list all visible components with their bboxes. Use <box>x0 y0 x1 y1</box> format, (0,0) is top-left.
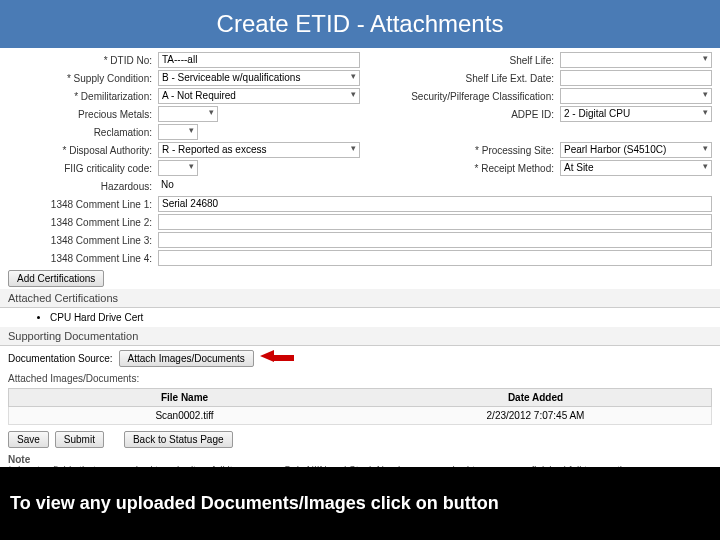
input-shelf-life-ext[interactable] <box>560 70 712 86</box>
input-line3[interactable] <box>158 232 712 248</box>
cell-file-name: Scan0002.tiff <box>9 407 360 424</box>
label-line3: 1348 Comment Line 3: <box>8 235 158 246</box>
col-date-added: Date Added <box>360 389 711 406</box>
label-line2: 1348 Comment Line 2: <box>8 217 158 228</box>
form-area: * DTID No: TA----all Shelf Life: * Suppl… <box>0 48 720 289</box>
label-supply-condition: * Supply Condition: <box>8 73 158 84</box>
action-buttons: Save Submit Back to Status Page <box>0 427 720 452</box>
page-title: Create ETID - Attachments <box>0 0 720 48</box>
select-reclamation[interactable] <box>158 124 198 140</box>
label-precious-metals: Precious Metals: <box>8 109 158 120</box>
select-fiig[interactable] <box>158 160 198 176</box>
label-shelf-life-ext: Shelf Life Ext. Date: <box>360 73 560 84</box>
value-hazardous: No <box>158 178 360 194</box>
slide-caption: To view any uploaded Documents/Images cl… <box>0 467 720 540</box>
select-security-class[interactable] <box>560 88 712 104</box>
select-disposal[interactable]: R - Reported as excess <box>158 142 360 158</box>
cert-item[interactable]: CPU Hard Drive Cert <box>50 312 712 323</box>
label-hazardous: Hazardous: <box>8 181 158 192</box>
section-attached-certs: Attached Certifications <box>0 289 720 308</box>
label-security-class: Security/Pilferage Classification: <box>360 91 560 102</box>
label-demil: * Demilitarization: <box>8 91 158 102</box>
input-dtid[interactable]: TA----all <box>158 52 360 68</box>
label-adpe: ADPE ID: <box>360 109 560 120</box>
section-supporting-docs: Supporting Documentation <box>0 327 720 346</box>
attachments-table: File Name Date Added Scan0002.tiff 2/23/… <box>0 386 720 427</box>
note-title: Note <box>8 454 712 465</box>
label-reclamation: Reclamation: <box>8 127 158 138</box>
section-attached-imgs: Attached Images/Documents: <box>0 371 720 386</box>
label-fiig: FIIG criticality code: <box>8 163 158 174</box>
table-header-row: File Name Date Added <box>8 388 712 407</box>
label-line4: 1348 Comment Line 4: <box>8 253 158 264</box>
select-receipt-method[interactable]: At Site <box>560 160 712 176</box>
select-demil[interactable]: A - Not Required <box>158 88 360 104</box>
input-line4[interactable] <box>158 250 712 266</box>
attach-images-docs-button[interactable]: Attach Images/Documents <box>119 350 254 367</box>
label-disposal: * Disposal Authority: <box>8 145 158 156</box>
submit-button[interactable]: Submit <box>55 431 104 448</box>
label-doc-source: Documentation Source: <box>8 353 113 364</box>
callout-arrow-icon <box>260 350 294 364</box>
attached-cert-list: CPU Hard Drive Cert <box>0 308 720 327</box>
select-adpe[interactable]: 2 - Digital CPU <box>560 106 712 122</box>
col-file-name: File Name <box>9 389 360 406</box>
input-line1[interactable]: Serial 24680 <box>158 196 712 212</box>
select-precious-metals[interactable] <box>158 106 218 122</box>
label-shelf-life: Shelf Life: <box>360 55 560 66</box>
label-line1: 1348 Comment Line 1: <box>8 199 158 210</box>
label-processing-site: * Processing Site: <box>360 145 560 156</box>
select-shelf-life[interactable] <box>560 52 712 68</box>
add-certifications-button[interactable]: Add Certifications <box>8 270 104 287</box>
save-button[interactable]: Save <box>8 431 49 448</box>
label-receipt-method: * Receipt Method: <box>360 163 560 174</box>
cell-date-added: 2/23/2012 7:07:45 AM <box>360 407 711 424</box>
table-row[interactable]: Scan0002.tiff 2/23/2012 7:07:45 AM <box>8 407 712 425</box>
select-processing-site[interactable]: Pearl Harbor (S4510C) <box>560 142 712 158</box>
label-dtid: * DTID No: <box>8 55 158 66</box>
back-to-status-button[interactable]: Back to Status Page <box>124 431 233 448</box>
input-line2[interactable] <box>158 214 712 230</box>
select-supply-condition[interactable]: B - Serviceable w/qualifications <box>158 70 360 86</box>
